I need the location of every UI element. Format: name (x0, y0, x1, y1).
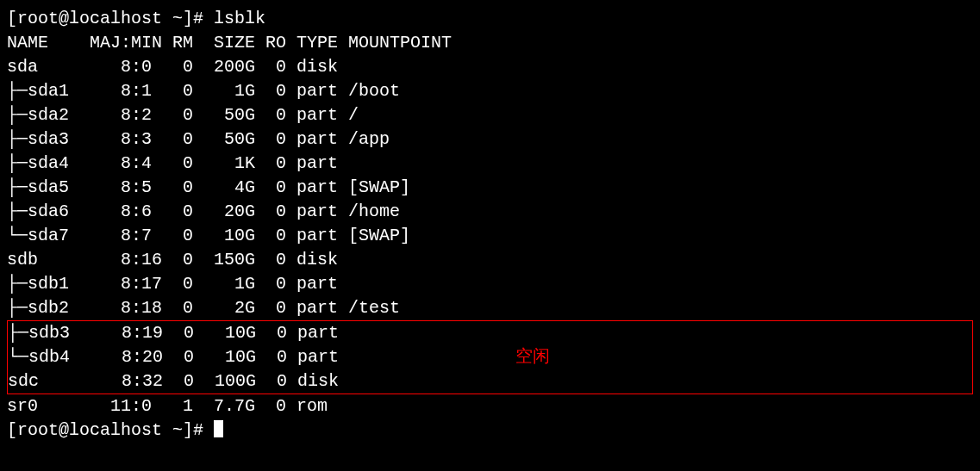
table-row: ├─sda6 8:6 0 20G 0 part /home (7, 200, 973, 224)
table-row: ├─sda1 8:1 0 1G 0 part /boot (7, 79, 973, 103)
annotation-label: 空闲 (515, 345, 550, 369)
header-row: NAME MAJ:MIN RM SIZE RO TYPE MOUNTPOINT (7, 31, 973, 55)
table-row: ├─sdb2 8:18 0 2G 0 part /test (7, 296, 973, 320)
table-row: sdb 8:16 0 150G 0 disk (7, 248, 973, 272)
table-row: └─sda7 8:7 0 10G 0 part [SWAP] (7, 224, 973, 248)
table-row: ├─sdb1 8:17 0 1G 0 part (7, 272, 973, 296)
table-row: sdc 8:32 0 100G 0 disk (8, 369, 972, 394)
table-row: ├─sda4 8:4 0 1K 0 part (7, 152, 973, 176)
table-row: ├─sda2 8:2 0 50G 0 part / (7, 103, 973, 127)
table-row: sda 8:0 0 200G 0 disk (7, 55, 973, 79)
table-row: └─sdb4 8:20 0 10G 0 part (8, 345, 972, 369)
cursor-icon (214, 420, 223, 437)
prompt-line-2[interactable]: [root@localhost ~]# (7, 418, 973, 443)
table-row: ├─sdb3 8:19 0 10G 0 part (8, 321, 972, 345)
table-row: ├─sda3 8:3 0 50G 0 part /app (7, 127, 973, 152)
highlight-annotation-box: ├─sdb3 8:19 0 10G 0 part └─sdb4 8:20 0 1… (7, 320, 973, 394)
table-row: ├─sda5 8:5 0 4G 0 part [SWAP] (7, 176, 973, 200)
table-row: sr0 11:0 1 7.7G 0 rom (7, 394, 973, 418)
prompt-line-1: [root@localhost ~]# lsblk (7, 7, 973, 31)
